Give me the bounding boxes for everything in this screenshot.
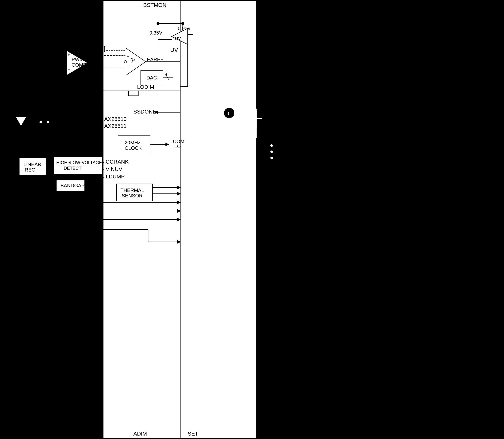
svg-text:THERMAL: THERMAL [121, 188, 144, 193]
circuit-svg: BSTMON 0.35V 0.95V UV + − UV [0, 0, 504, 439]
svg-text:REG: REG [25, 167, 35, 172]
svg-text:AX25511: AX25511 [104, 123, 127, 129]
svg-text:AX25510: AX25510 [104, 116, 127, 122]
svg-point-104 [270, 144, 273, 147]
svg-text:[: [ [104, 45, 105, 52]
svg-text:+: + [67, 52, 70, 57]
svg-point-107 [40, 121, 42, 123]
svg-text:SET: SET [188, 431, 198, 437]
svg-text:LO: LO [174, 144, 181, 149]
svg-text:COMP: COMP [72, 62, 86, 68]
svg-text:+: + [127, 65, 129, 70]
svg-text:LODIM: LODIM [137, 84, 154, 90]
svg-text:EAREF: EAREF [147, 57, 163, 62]
svg-text:↓: ↓ [227, 110, 230, 116]
svg-text:BSTMON: BSTMON [143, 2, 166, 8]
svg-text:VINUV: VINUV [106, 166, 122, 172]
svg-text:PWM: PWM [72, 57, 84, 62]
svg-rect-90 [54, 157, 102, 174]
svg-rect-2 [180, 0, 256, 439]
svg-text:DETECT: DETECT [64, 166, 81, 171]
svg-text:−: − [189, 39, 191, 43]
svg-text:UV: UV [175, 36, 181, 41]
svg-text:SENSOR: SENSOR [122, 193, 142, 198]
svg-point-105 [270, 151, 273, 153]
svg-text:SSDONE: SSDONE [133, 109, 156, 115]
svg-text:ADIM: ADIM [133, 431, 147, 437]
svg-text:CCRANK: CCRANK [106, 159, 129, 165]
svg-text:CLOCK: CLOCK [125, 145, 142, 151]
svg-text:DAC: DAC [146, 75, 157, 80]
svg-text:HIGH-/LOW-VOLTAGE: HIGH-/LOW-VOLTAGE [56, 160, 102, 165]
svg-text:20MHz: 20MHz [125, 140, 140, 145]
svg-text:UV: UV [170, 47, 178, 53]
svg-point-31 [124, 60, 127, 63]
diagram-area: BSTMON 0.35V 0.95V UV + − UV [0, 0, 504, 439]
svg-text:+: + [189, 35, 191, 39]
svg-point-106 [270, 157, 273, 159]
svg-text:gₑ: gₑ [130, 56, 136, 62]
svg-text:LDUMP: LDUMP [106, 173, 125, 180]
svg-text:BANDGAP: BANDGAP [60, 183, 85, 188]
svg-text:0.35V: 0.35V [149, 30, 162, 36]
svg-point-108 [47, 121, 49, 123]
svg-text:−: − [127, 54, 129, 59]
svg-text:−: − [67, 67, 70, 72]
svg-text:COM: COM [173, 139, 184, 144]
svg-text:LINEAR: LINEAR [23, 162, 41, 167]
